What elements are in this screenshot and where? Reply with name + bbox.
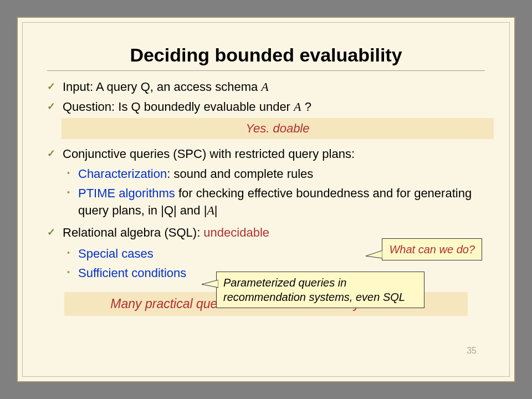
slide-title: Deciding bounded evaluability [47, 44, 485, 66]
text: Question: Is Q boundedly evaluable under [63, 100, 294, 114]
text: Parameterized queries in recommendation … [223, 277, 405, 303]
text: What can we do? [389, 243, 475, 255]
text-a: A [207, 203, 214, 217]
text: | [214, 203, 218, 217]
svg-marker-0 [366, 250, 382, 258]
text-blue: Special cases [78, 247, 154, 260]
bullet-question: Question: Is Q boundedly evaluable under… [47, 99, 485, 115]
text: Relational algebra (SQL): [63, 226, 203, 239]
text-red: undecidable [203, 226, 269, 239]
slide: Deciding bounded evaluability Input: A q… [17, 17, 515, 382]
answer-box: Yes. doable [62, 118, 494, 139]
bullet-input: Input: A query Q, an access schema A [47, 79, 485, 95]
text: Input: A query Q, an access schema [63, 80, 261, 94]
callout-tail-1 [366, 250, 382, 262]
sub-ptime: PTIME algorithms for checking effective … [47, 185, 485, 219]
callout-param: Parameterized queries in recommendation … [216, 272, 424, 308]
sub-characterization: Characterization: sound and complete rul… [47, 166, 485, 183]
page-number: 35 [467, 346, 477, 356]
callout-question: What can we do? [382, 238, 482, 260]
text-blue: Sufficient conditions [78, 266, 186, 280]
svg-marker-1 [202, 280, 218, 288]
text-blue: Characterization [78, 167, 167, 181]
text-blue: PTIME algorithms [78, 186, 175, 200]
text-a: A [294, 100, 301, 114]
callout-tail-2 [202, 280, 218, 291]
bullet-spc: Conjunctive queries (SPC) with restricte… [47, 146, 485, 162]
text-a: A [261, 80, 268, 94]
text: ? [301, 100, 311, 114]
text: : sound and complete rules [167, 167, 313, 181]
title-divider [47, 70, 485, 71]
